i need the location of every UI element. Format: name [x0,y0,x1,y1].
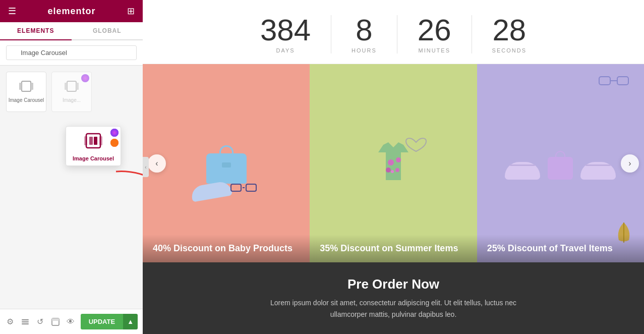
right-content: 384 DAYS 8 HOURS 26 MINUTES 28 SECONDS ‹ [143,0,644,334]
svg-point-8 [110,139,119,147]
widgets-area: Image Carousel Image... [0,66,143,309]
svg-rect-17 [22,323,29,324]
widget-card-image-carousel-2[interactable]: Image... [51,72,92,112]
carousel-next-button[interactable]: › [621,154,639,173]
carousel-slide-1: 40% Discount on Baby Products [143,64,310,262]
update-button-group: UPDATE ▲ [81,314,138,329]
top-bar: ☰ elementor ⊞ [0,0,143,22]
svg-point-23 [386,168,391,173]
carousel-slide-2: 35% Discount on Summer Items [310,64,477,262]
svg-rect-4 [67,81,76,91]
seconds-label: SECONDS [492,47,526,53]
widget-tooltip: Image Carousel [66,126,121,166]
pro-badge [81,74,89,82]
svg-rect-9 [86,134,100,148]
minutes-label: MINUTES [418,47,451,53]
svg-point-7 [110,129,119,137]
carousel-prev-button[interactable]: ‹ [148,154,166,173]
tooltip-pro-badge [110,129,119,137]
svg-rect-2 [31,83,33,90]
svg-rect-19 [52,318,59,321]
tooltip-label: Image Carousel [73,155,114,161]
tooltip-badge2 [110,139,119,147]
days-number: 384 [260,15,311,45]
left-panel: ☰ elementor ⊞ ELEMENTS GLOBAL 🔍 Image Ca [0,0,143,334]
widget-card-image-carousel[interactable]: Image Carousel [6,72,46,112]
preorder-section: Pre Order Now Lorem ipsum dolor sit amet… [143,262,644,334]
countdown-section: 384 DAYS 8 HOURS 26 MINUTES 28 SECONDS [143,0,644,64]
svg-point-24 [395,168,399,172]
svg-rect-27 [617,77,628,85]
svg-rect-26 [599,77,610,85]
hours-number: 8 [352,15,377,45]
widget-label-2: Image... [63,97,81,103]
svg-rect-11 [99,136,102,145]
layers-icon[interactable] [20,315,30,329]
bottom-toolbar: ⚙ ↺ 👁 UPDATE ▲ [0,309,143,334]
slide3-content: 25% Discount of Travel Items [477,235,644,262]
countdown-minutes: 26 MINUTES [397,15,472,53]
svg-rect-16 [22,321,29,322]
slide1-text: 40% Discount on Baby Products [153,243,300,254]
days-label: DAYS [260,47,311,53]
svg-rect-15 [22,319,29,320]
settings-icon[interactable]: ⚙ [5,315,15,329]
countdown-days: 384 DAYS [240,15,331,53]
search-input[interactable] [6,45,137,60]
svg-rect-13 [94,137,97,145]
svg-rect-0 [22,81,31,91]
carousel-icon-2 [64,80,79,95]
carousel-slide-3: 25% Discount of Travel Items [477,64,644,262]
tabs-bar: ELEMENTS GLOBAL [0,22,143,40]
seconds-number: 28 [492,15,526,45]
svg-point-22 [396,157,401,162]
history-icon[interactable]: ↺ [35,315,45,329]
slide3-text: 25% Discount of Travel Items [487,243,634,254]
tab-global[interactable]: GLOBAL [72,22,143,39]
countdown-hours: 8 HOURS [331,15,397,53]
tab-elements[interactable]: ELEMENTS [0,22,72,40]
svg-rect-10 [84,136,87,145]
svg-point-21 [388,159,394,165]
carousel-icon [19,80,34,95]
app-title: elementor [47,6,95,17]
carousel-section: ‹ [143,64,644,262]
svg-point-3 [83,76,88,81]
hours-label: HOURS [352,47,377,53]
svg-rect-6 [76,83,79,90]
panel-toggle[interactable]: ‹ [143,157,149,177]
preorder-title: Pre Order Now [163,276,624,292]
tooltip-icon [84,133,102,152]
slide3-decor [477,64,644,262]
eye-icon[interactable]: 👁 [66,315,76,329]
svg-point-25 [391,170,394,173]
widget-label: Image Carousel [9,97,44,103]
preorder-text: Lorem ipsum dolor sit amet, consectetur … [267,297,519,320]
svg-rect-12 [89,137,93,145]
countdown-seconds: 28 SECONDS [472,15,547,53]
drag-arrow [111,166,143,207]
slide1-content: 40% Discount on Baby Products [143,235,310,262]
arrow-container [111,166,143,209]
grid-icon[interactable]: ⊞ [127,6,135,17]
slide2-content: 35% Discount on Summer Items [310,235,477,262]
hamburger-icon[interactable]: ☰ [8,6,16,17]
slide1-decor [143,64,310,262]
search-bar: 🔍 [0,40,143,66]
svg-rect-1 [19,83,22,90]
template-icon[interactable] [50,315,61,329]
minutes-number: 26 [418,15,451,45]
update-button[interactable]: UPDATE [81,314,123,329]
svg-rect-5 [65,83,67,90]
slide2-text: 35% Discount on Summer Items [320,243,466,254]
update-arrow-button[interactable]: ▲ [123,314,138,329]
slide2-decor [310,64,477,262]
